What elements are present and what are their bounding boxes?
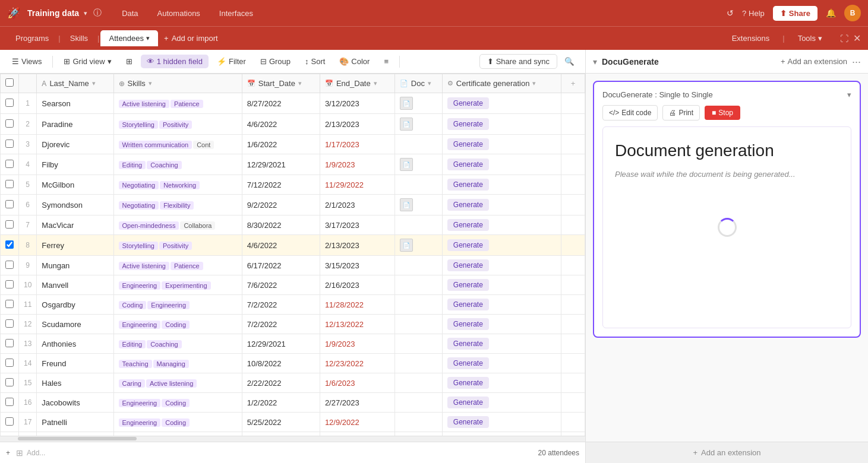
cell-skills[interactable]: Active listeningPatience (113, 256, 242, 275)
row-checkbox[interactable] (5, 240, 14, 249)
cell-doc[interactable] (394, 334, 442, 354)
generate-button[interactable]: Generate (447, 179, 489, 191)
header-doc[interactable]: 📄 Doc ▾ (394, 74, 442, 93)
cell-end-date[interactable]: 2/13/2023 (320, 235, 394, 256)
cell-last-name[interactable]: Djorevic (37, 135, 113, 154)
cell-end-date[interactable]: 1/9/2023 (320, 154, 394, 175)
cell-skills[interactable]: EngineeringExperimenting (113, 275, 242, 295)
cell-certificate-generation[interactable]: Generate (442, 175, 561, 195)
cell-start-date[interactable]: 1/6/2022 (242, 135, 320, 154)
cell-end-date[interactable]: 2/1/2023 (320, 195, 394, 215)
cell-last-name[interactable]: Ferrey (37, 235, 113, 256)
row-checkbox[interactable] (5, 160, 14, 168)
cell-start-date[interactable]: 12/29/2021 (242, 154, 320, 175)
info-icon[interactable]: ⓘ (93, 8, 102, 18)
row-checkbox-cell[interactable] (1, 315, 19, 334)
cell-last-name[interactable]: Freund (37, 354, 113, 373)
share-button[interactable]: ⬆ Share (773, 6, 818, 21)
cell-end-date[interactable]: 2/13/2023 (320, 114, 394, 135)
share-sync-button[interactable]: ⬆ Share and sync (479, 54, 557, 69)
cell-certificate-generation[interactable]: Generate (442, 413, 561, 432)
cell-start-date[interactable]: 7/12/2022 (242, 175, 320, 195)
cell-doc[interactable] (394, 315, 442, 334)
cell-end-date[interactable]: 11/28/2022 (320, 295, 394, 315)
row-checkbox[interactable] (5, 300, 14, 308)
row-checkbox-cell[interactable] (1, 175, 19, 195)
generate-button[interactable]: Generate (447, 97, 489, 109)
extensions-tab[interactable]: Extensions (724, 30, 778, 46)
row-checkbox-cell[interactable] (1, 295, 19, 315)
cell-certificate-generation[interactable]: Generate (442, 195, 561, 215)
cell-skills[interactable]: Open-mindednessCollabora (113, 215, 242, 235)
row-checkbox[interactable] (5, 200, 14, 208)
header-checkbox-cell[interactable] (1, 74, 19, 93)
cell-doc[interactable] (394, 215, 442, 235)
row-checkbox-cell[interactable] (1, 413, 19, 432)
row-checkbox[interactable] (5, 417, 14, 426)
cell-certificate-generation[interactable]: Generate (442, 295, 561, 315)
cell-last-name[interactable]: Filby (37, 154, 113, 175)
cell-start-date[interactable]: 2/22/2022 (242, 373, 320, 393)
generate-button[interactable]: Generate (447, 259, 489, 271)
row-checkbox-cell[interactable] (1, 334, 19, 354)
cell-last-name[interactable]: Anthonies (37, 334, 113, 354)
panel-collapse-icon[interactable]: ▾ (593, 57, 597, 66)
stop-button[interactable]: ■ Stop (705, 106, 740, 120)
cell-certificate-generation[interactable]: Generate (442, 114, 561, 135)
row-checkbox[interactable] (5, 180, 14, 188)
row-checkbox[interactable] (5, 339, 14, 347)
nav-tab-interfaces[interactable]: Interfaces (211, 6, 261, 21)
row-checkbox[interactable] (5, 359, 14, 367)
cell-skills[interactable]: NegotiatingNetworking (113, 175, 242, 195)
cell-start-date[interactable]: 8/30/2022 (242, 215, 320, 235)
cell-doc[interactable] (394, 413, 442, 432)
row-checkbox-cell[interactable] (1, 93, 19, 114)
cell-skills[interactable]: EngineeringCoding (113, 393, 242, 413)
cell-start-date[interactable]: 1/2/2022 (242, 393, 320, 413)
cell-certificate-generation[interactable]: Generate (442, 154, 561, 175)
print-button[interactable]: 🖨 Print (662, 105, 700, 120)
sub-tab-skills[interactable]: Skills (62, 30, 96, 46)
cell-start-date[interactable]: 9/2/2022 (242, 195, 320, 215)
row-checkbox[interactable] (5, 119, 14, 128)
row-checkbox[interactable] (5, 220, 14, 229)
help-button[interactable]: ? Help (742, 9, 765, 18)
row-checkbox[interactable] (5, 99, 14, 107)
header-last-name[interactable]: A Last_Name ▾ (37, 74, 113, 93)
generate-button[interactable]: Generate (447, 118, 489, 130)
row-checkbox-cell[interactable] (1, 135, 19, 154)
ext-type-dropdown-icon[interactable]: ▾ (847, 90, 851, 99)
cell-skills[interactable]: EditingCoaching (113, 334, 242, 354)
row-checkbox[interactable] (5, 398, 14, 406)
cell-end-date[interactable]: 11/29/2022 (320, 175, 394, 195)
cell-certificate-generation[interactable]: Generate (442, 373, 561, 393)
row-checkbox-cell[interactable] (1, 114, 19, 135)
row-checkbox-cell[interactable] (1, 154, 19, 175)
row-height-button[interactable]: ≡ (378, 55, 394, 68)
generate-button[interactable]: Generate (447, 279, 489, 291)
header-start-date[interactable]: 📅 Start_Date ▾ (242, 74, 320, 93)
cell-doc[interactable] (394, 275, 442, 295)
cell-certificate-generation[interactable]: Generate (442, 354, 561, 373)
cell-end-date[interactable]: 12/13/2022 (320, 315, 394, 334)
cell-doc[interactable]: 📄 (394, 195, 442, 215)
cell-certificate-generation[interactable]: Generate (442, 215, 561, 235)
row-checkbox-cell[interactable] (1, 235, 19, 256)
cell-certificate-generation[interactable]: Generate (442, 393, 561, 413)
scrollbar-thumb[interactable] (18, 437, 137, 440)
header-add-col[interactable]: + (561, 74, 585, 93)
cell-skills[interactable]: EditingCoaching (113, 154, 242, 175)
cell-skills[interactable]: CodingEngineering (113, 295, 242, 315)
generate-button[interactable]: Generate (447, 377, 489, 389)
color-button[interactable]: 🎨 Color (333, 55, 375, 68)
cell-end-date[interactable]: 3/15/2023 (320, 256, 394, 275)
cell-last-name[interactable]: Scudamore (37, 315, 113, 334)
cell-start-date[interactable]: 4/6/2022 (242, 235, 320, 256)
cell-certificate-generation[interactable]: Generate (442, 275, 561, 295)
edit-code-button[interactable]: </> Edit code (602, 105, 658, 120)
cell-last-name[interactable]: Searson (37, 93, 113, 114)
generate-button[interactable]: Generate (447, 138, 489, 150)
cell-start-date[interactable]: 7/2/2022 (242, 295, 320, 315)
table-container[interactable]: A Last_Name ▾ ⊕ Skills ▾ (0, 74, 585, 436)
horizontal-scrollbar[interactable] (0, 436, 585, 442)
